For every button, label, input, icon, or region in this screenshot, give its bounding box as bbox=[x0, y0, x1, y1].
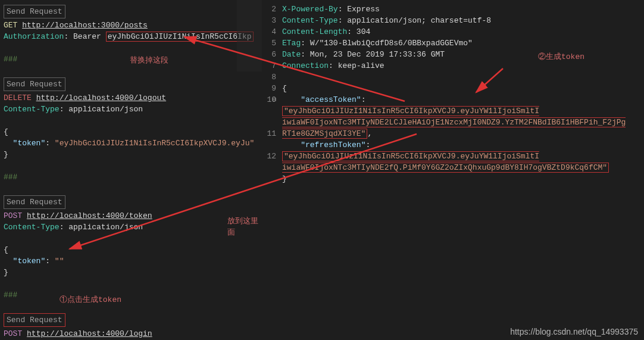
annotation-click-gen: ①点击生成token bbox=[60, 294, 121, 305]
send-request-button-3[interactable]: Send Request bbox=[4, 195, 65, 209]
method-post: POST bbox=[4, 211, 22, 220]
url-token: http://localhost:4000/token bbox=[27, 211, 152, 220]
url-logout: http://localhost:4000/logout bbox=[36, 93, 166, 102]
annotation-replace: 替换掉这段 bbox=[130, 55, 168, 66]
left-editor-pane: Send Request GET http://localhost:3000/p… bbox=[0, 0, 262, 340]
refresh-token-value: "eyJhbGciOiJIUzI1NiIsInR5cCI6IkpXVCJ9.ey… bbox=[282, 151, 609, 173]
annotation-put-here: 放到这里面 bbox=[227, 216, 262, 238]
token-body: "token": "" bbox=[4, 255, 258, 267]
response-code: X-Powered-By: Express Content-Type: appl… bbox=[282, 4, 644, 336]
send-request-button-4[interactable]: Send Request bbox=[4, 313, 65, 327]
minimap bbox=[237, 0, 262, 71]
method-delete: DELETE bbox=[4, 93, 32, 102]
request-line-4: POST http://localhost:4000/login bbox=[4, 328, 258, 339]
send-request-button-1[interactable]: Send Request bbox=[4, 5, 65, 18]
bearer-token-box: eyJhbGciOiJIUzI1NiIsInR5cCI6Ikp bbox=[106, 32, 254, 42]
request-line-3: POST http://localhost:4000/token bbox=[4, 210, 258, 222]
access-token-value: "eyJhbGciOiJIUzI1NiIsInR5cCI6IkpXVCJ9.ey… bbox=[282, 106, 626, 139]
url-posts: http://localhost:3000/posts bbox=[22, 21, 148, 30]
refresh-token-line: "refreshToken": "eyJhbGciOiJIUzI1NiIsInR… bbox=[282, 139, 627, 173]
separator: ### bbox=[4, 55, 17, 64]
url-login: http://localhost:4000/login bbox=[27, 329, 152, 338]
send-request-button-2[interactable]: Send Request bbox=[4, 77, 65, 91]
line-gutter: 2 3 4 5 6 7 8 9 ⊟ 10 11 12 bbox=[262, 4, 282, 336]
json-open: { bbox=[282, 83, 644, 94]
json-open: { bbox=[4, 126, 258, 138]
method-get: GET bbox=[4, 21, 17, 30]
right-response-pane: 2 3 4 5 6 7 8 9 ⊟ 10 11 12 X-Powered-By:… bbox=[262, 0, 644, 340]
access-token-line: "accessToken": "eyJhbGciOiJIUzI1NiIsInR5… bbox=[282, 94, 627, 139]
request-line-2: DELETE http://localhost:4000/logout bbox=[4, 92, 258, 104]
request-line-1: GET http://localhost:3000/posts bbox=[4, 20, 258, 31]
json-close: } bbox=[4, 149, 258, 160]
annotation-gen-token: ②生成token bbox=[538, 51, 584, 63]
watermark: https://blog.csdn.net/qq_14993375 bbox=[510, 327, 638, 336]
logout-body: "token": "eyJhbGciOiJIUzI1NiIsInR5cCI6Ik… bbox=[4, 138, 258, 149]
auth-header-line: Authorization: Bearer eyJhbGciOiJIUzI1Ni… bbox=[4, 31, 258, 42]
json-close: } bbox=[282, 173, 644, 185]
